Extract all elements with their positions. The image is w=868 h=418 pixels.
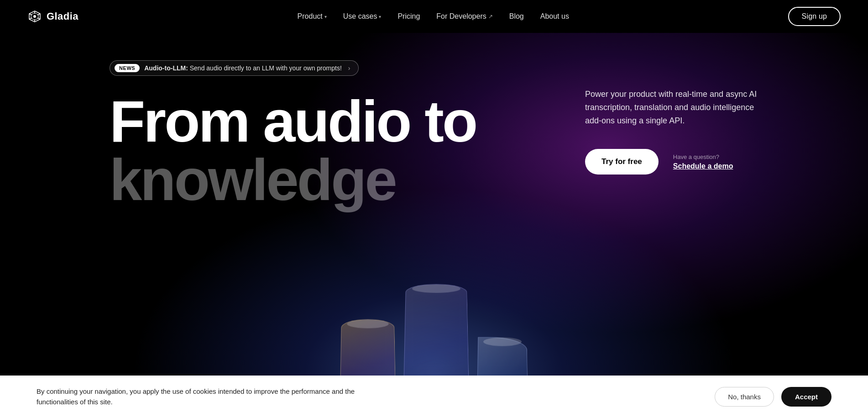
- hero-right: Power your product with real-time and as…: [585, 60, 758, 209]
- external-link-icon: ↗: [488, 13, 493, 20]
- hero-title: From audio to knowledge: [110, 92, 520, 209]
- gladia-logo-icon: [27, 9, 42, 24]
- nav-link-pricing[interactable]: Pricing: [397, 12, 420, 21]
- arrow-icon: ›: [348, 64, 350, 72]
- nav-link-developers[interactable]: For Developers ↗: [436, 12, 492, 21]
- accept-button[interactable]: Accept: [781, 387, 831, 407]
- nav-link-blog[interactable]: Blog: [509, 12, 524, 21]
- nav-item-about[interactable]: About us: [540, 12, 569, 21]
- chevron-down-icon: ▾: [379, 14, 381, 19]
- logo-link[interactable]: Gladia: [27, 9, 78, 24]
- signup-button[interactable]: Sign up: [788, 7, 841, 26]
- navigation: Gladia Product ▾ Use cases ▾ Pricing For…: [0, 0, 868, 33]
- nav-item-usecases[interactable]: Use cases ▾: [343, 12, 382, 21]
- nav-item-product[interactable]: Product ▾: [298, 12, 327, 21]
- nav-link-product[interactable]: Product ▾: [298, 12, 327, 21]
- schedule-demo-link[interactable]: Schedule a demo: [673, 162, 733, 170]
- nav-link-about[interactable]: About us: [540, 12, 569, 21]
- schedule-demo-container: Have a question? Schedule a demo: [673, 153, 733, 170]
- chevron-down-icon: ▾: [324, 14, 327, 19]
- hero-description: Power your product with real-time and as…: [585, 88, 758, 127]
- news-tag: News: [115, 64, 140, 72]
- nav-links: Product ▾ Use cases ▾ Pricing For Develo…: [298, 12, 569, 21]
- try-free-button[interactable]: Try for free: [585, 149, 659, 175]
- svg-point-0: [33, 15, 36, 18]
- have-question-text: Have a question?: [673, 153, 733, 160]
- nav-item-blog[interactable]: Blog: [509, 12, 524, 21]
- cookie-text: By continuing your navigation, you apply…: [37, 386, 356, 407]
- hero-section: News Audio-to-LLM: Send audio directly t…: [0, 33, 868, 418]
- logo-text: Gladia: [47, 11, 78, 22]
- news-text: Audio-to-LLM: Send audio directly to an …: [144, 64, 342, 72]
- news-badge[interactable]: News Audio-to-LLM: Send audio directly t…: [110, 60, 359, 76]
- cookie-banner: By continuing your navigation, you apply…: [0, 376, 868, 418]
- hero-cta: Try for free Have a question? Schedule a…: [585, 149, 758, 175]
- nav-item-developers[interactable]: For Developers ↗: [436, 12, 492, 21]
- nav-link-usecases[interactable]: Use cases ▾: [343, 12, 382, 21]
- nav-item-pricing[interactable]: Pricing: [397, 12, 420, 21]
- cookie-actions: No, thanks Accept: [715, 387, 831, 407]
- no-thanks-button[interactable]: No, thanks: [715, 387, 774, 407]
- hero-left: News Audio-to-LLM: Send audio directly t…: [110, 60, 585, 209]
- hero-content: News Audio-to-LLM: Send audio directly t…: [0, 33, 868, 209]
